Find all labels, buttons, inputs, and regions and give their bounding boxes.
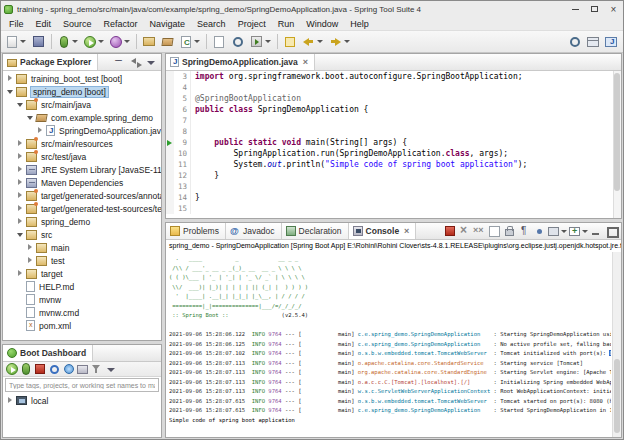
menu-run[interactable]: Run	[272, 19, 301, 29]
collapse-arrow-icon[interactable]	[26, 113, 35, 122]
last-edit-location-button[interactable]	[282, 33, 298, 51]
menu-window[interactable]: Window	[300, 19, 344, 29]
boot-dashboard-tab[interactable]: Boot Dashboard	[3, 345, 93, 361]
project-tree-item-target[interactable]: target	[3, 267, 161, 280]
menu-navigate[interactable]: Navigate	[144, 19, 192, 29]
menu-search[interactable]: Search	[191, 19, 232, 29]
project-tree-item-jre-system-library-javase-11[interactable]: JRE System Library [JavaSE-11]	[3, 163, 161, 176]
boot-dashboard-tree[interactable]: local	[3, 393, 161, 437]
debug-dropdown-icon[interactable]	[72, 40, 78, 43]
forward-dropdown-icon[interactable]	[344, 40, 350, 43]
expand-arrow-icon[interactable]	[16, 165, 25, 174]
remove-launch-button[interactable]	[457, 224, 472, 239]
new-class-dropdown-icon[interactable]	[194, 40, 200, 43]
tab-declaration[interactable]: Declaration	[282, 223, 349, 239]
editor-tab[interactable]: SpringDemoApplication.java ×	[166, 54, 315, 70]
console-output[interactable]: . ____ _ __ _ _ /\\ / ___'_ __ _ _(_)_ _…	[166, 252, 621, 437]
java-perspective-button[interactable]	[603, 33, 619, 51]
project-tree-item-training-boot-test-boot[interactable]: training_boot_test [boot]	[3, 72, 161, 85]
new-java-project-button[interactable]	[141, 33, 157, 51]
project-tree-item-src[interactable]: src	[3, 228, 161, 241]
clear-console-button[interactable]	[487, 224, 502, 239]
menu-file[interactable]: File	[3, 19, 30, 29]
view-menu-button[interactable]	[144, 55, 159, 70]
tab-problems[interactable]: Problems	[166, 223, 226, 239]
expand-arrow-icon[interactable]	[6, 396, 15, 405]
collapse-all-button[interactable]	[114, 55, 129, 70]
search-button[interactable]	[229, 33, 246, 51]
open-console-button[interactable]	[568, 224, 589, 239]
console-scroll-thumb[interactable]	[614, 359, 620, 433]
project-tree-item-target-generated-test-sources-test-annotations[interactable]: target/generated-test-sources/test-annot…	[3, 202, 161, 215]
bd-stop-button[interactable]	[33, 363, 47, 376]
bd-filter-button[interactable]	[89, 363, 104, 376]
close-button[interactable]: ×	[604, 2, 623, 17]
expand-arrow-icon[interactable]	[26, 256, 35, 265]
external-tools-button[interactable]	[248, 33, 273, 51]
boot-dashboard-item-local[interactable]: local	[3, 394, 161, 407]
project-tree-item-mvnw-cmd[interactable]: mvnw.cmd	[3, 306, 161, 319]
run-button[interactable]	[82, 33, 106, 51]
back-button[interactable]	[300, 33, 325, 51]
project-tree-item-spring-demo[interactable]: spring_demo	[3, 215, 161, 228]
scroll-lock-button[interactable]	[502, 224, 517, 239]
editor-scrollbar[interactable]	[613, 71, 621, 218]
forward-button[interactable]	[327, 33, 352, 51]
bd-view-menu-button[interactable]	[104, 363, 119, 376]
debug-button[interactable]	[56, 33, 80, 51]
link-with-editor-button[interactable]	[129, 55, 144, 70]
project-tree-item-target-generated-sources-annotations[interactable]: target/generated-sources/annotations	[3, 189, 161, 202]
close-tab-icon[interactable]: ×	[303, 58, 308, 67]
terminate-button[interactable]	[443, 224, 457, 239]
new-package-button[interactable]	[159, 33, 176, 51]
console-scrollbar[interactable]	[612, 252, 621, 437]
project-tree-item-pom-xml[interactable]: pom.xml	[3, 319, 161, 332]
expand-arrow-icon[interactable]	[16, 152, 25, 161]
new-class-button[interactable]	[178, 33, 202, 51]
project-tree-item-src-test-java[interactable]: src/test/java	[3, 150, 161, 163]
maximize-button[interactable]	[585, 2, 604, 17]
project-tree-item-main[interactable]: main	[3, 241, 161, 254]
external-tools-dropdown-icon[interactable]	[265, 40, 271, 43]
bd-restart-button[interactable]	[47, 363, 62, 376]
project-tree-item-test[interactable]: test	[3, 254, 161, 267]
profile-dropdown-icon[interactable]	[124, 40, 130, 43]
tab-javadoc[interactable]: Javadoc	[226, 223, 282, 239]
expand-arrow-icon[interactable]	[16, 139, 25, 148]
close-tab-icon[interactable]: ×	[404, 227, 409, 236]
menu-project[interactable]: Project	[232, 19, 272, 29]
bd-start-debug-button[interactable]	[19, 363, 33, 376]
open-console-dropdown-icon[interactable]	[582, 230, 588, 233]
bd-open-console-button[interactable]	[76, 363, 89, 376]
expand-arrow-icon[interactable]	[36, 126, 45, 135]
expand-arrow-icon[interactable]	[16, 204, 25, 213]
profile-button[interactable]	[108, 33, 132, 51]
word-wrap-button[interactable]	[517, 224, 532, 239]
display-selected-console-button[interactable]	[547, 224, 568, 239]
project-tree-item-src-main-java[interactable]: src/main/java	[3, 98, 161, 111]
open-perspective-button[interactable]	[585, 33, 601, 51]
save-button[interactable]	[30, 33, 47, 51]
project-tree-item-help-md[interactable]: HELP.md	[3, 280, 161, 293]
project-tree-item-src-main-resources[interactable]: src/main/resources	[3, 137, 161, 150]
expand-arrow-icon[interactable]	[16, 217, 25, 226]
maximize-view-button[interactable]	[604, 224, 619, 239]
expand-arrow-icon[interactable]	[6, 74, 15, 83]
menu-help[interactable]: Help	[344, 19, 375, 29]
open-type-button[interactable]	[211, 33, 227, 51]
expand-arrow-icon[interactable]	[16, 191, 25, 200]
new-wizard-dropdown-icon[interactable]	[20, 40, 26, 43]
menu-source[interactable]: Source	[57, 19, 98, 29]
minimize-button[interactable]	[566, 2, 585, 17]
expand-arrow-icon[interactable]	[16, 178, 25, 187]
expand-arrow-icon[interactable]	[16, 269, 25, 278]
back-dropdown-icon[interactable]	[317, 40, 323, 43]
display-selected-console-dropdown-icon[interactable]	[561, 230, 567, 233]
project-tree-item-mvnw[interactable]: mvnw	[3, 293, 161, 306]
collapse-arrow-icon[interactable]	[6, 87, 15, 96]
menu-refactor[interactable]: Refactor	[98, 19, 144, 29]
pin-console-button[interactable]	[532, 224, 547, 239]
project-tree-item-springdemoapplication-java[interactable]: SpringDemoApplication.java	[3, 124, 161, 137]
collapse-arrow-icon[interactable]	[16, 100, 25, 109]
tab-console[interactable]: Console×	[349, 223, 417, 239]
